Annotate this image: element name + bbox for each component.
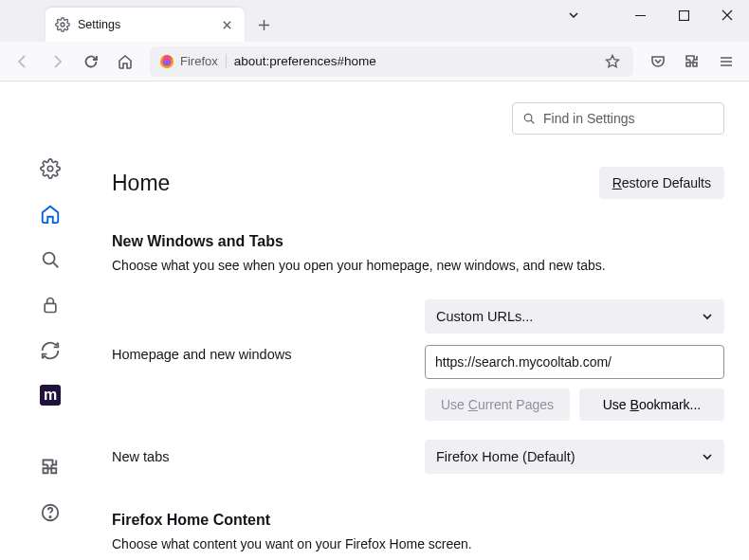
content-heading: Firefox Home Content — [112, 512, 724, 529]
search-nav-icon[interactable] — [39, 248, 62, 271]
home-nav-icon[interactable] — [39, 203, 62, 226]
app-menu-button[interactable] — [711, 46, 741, 77]
bookmark-star-icon[interactable] — [605, 54, 624, 69]
section-desc: Choose what you see when you open your h… — [112, 258, 724, 273]
home-button[interactable] — [110, 46, 140, 77]
homepage-label: Homepage and new windows — [112, 299, 425, 362]
homepage-select[interactable]: Custom URLs... — [425, 299, 724, 334]
search-placeholder: Find in Settings — [543, 111, 635, 126]
content-desc: Choose what content you want on your Fir… — [112, 536, 724, 551]
forward-button[interactable] — [42, 46, 72, 77]
sync-nav-icon[interactable] — [39, 339, 62, 362]
chevron-down-icon — [702, 451, 713, 462]
browser-tab[interactable]: Settings — [46, 8, 245, 42]
privacy-nav-icon[interactable] — [39, 294, 62, 316]
minimize-button[interactable] — [618, 0, 662, 30]
sidebar: m — [0, 81, 100, 560]
use-bookmark-button[interactable]: Use Bookmark... — [579, 388, 724, 421]
help-nav-icon[interactable] — [39, 501, 62, 524]
new-tab-button[interactable] — [250, 11, 277, 38]
url-bar[interactable]: Firefox about:preferences#home — [150, 46, 633, 77]
newtabs-select-value: Firefox Home (Default) — [436, 449, 575, 464]
search-settings-input[interactable]: Find in Settings — [512, 102, 724, 135]
restore-defaults-button[interactable]: Restore Defaults — [599, 167, 724, 199]
url-text: about:preferences#home — [234, 54, 605, 68]
chevron-down-icon — [702, 311, 713, 322]
close-window-button[interactable] — [705, 0, 749, 30]
mozilla-icon[interactable]: m — [40, 385, 61, 406]
identity-label: Firefox — [180, 54, 227, 68]
tab-title: Settings — [78, 18, 218, 31]
homepage-url-input[interactable] — [425, 345, 724, 379]
svg-point-5 — [44, 253, 55, 264]
tabs-dropdown-button[interactable] — [552, 0, 595, 30]
gear-icon — [55, 17, 70, 32]
reload-button[interactable] — [76, 46, 106, 77]
maximize-button[interactable] — [662, 0, 705, 30]
newtabs-label: New tabs — [112, 449, 425, 464]
svg-rect-1 — [679, 10, 688, 20]
newtabs-select[interactable]: Firefox Home (Default) — [425, 440, 724, 474]
search-icon — [522, 112, 536, 125]
use-current-pages-button[interactable]: Use Current Pages — [425, 388, 570, 421]
firefox-icon — [159, 54, 174, 69]
svg-rect-6 — [45, 303, 56, 312]
homepage-select-value: Custom URLs... — [436, 309, 533, 324]
svg-point-8 — [49, 516, 50, 517]
extensions-nav-icon[interactable] — [39, 456, 62, 479]
page-title: Home — [112, 171, 170, 196]
svg-point-9 — [524, 114, 532, 121]
extensions-button[interactable] — [677, 46, 707, 77]
general-icon[interactable] — [39, 157, 62, 180]
svg-point-4 — [47, 166, 53, 172]
pocket-button[interactable] — [643, 46, 673, 77]
back-button[interactable] — [8, 46, 38, 77]
svg-point-0 — [61, 23, 64, 27]
close-tab-button[interactable] — [218, 16, 235, 33]
section-heading: New Windows and Tabs — [112, 233, 724, 250]
